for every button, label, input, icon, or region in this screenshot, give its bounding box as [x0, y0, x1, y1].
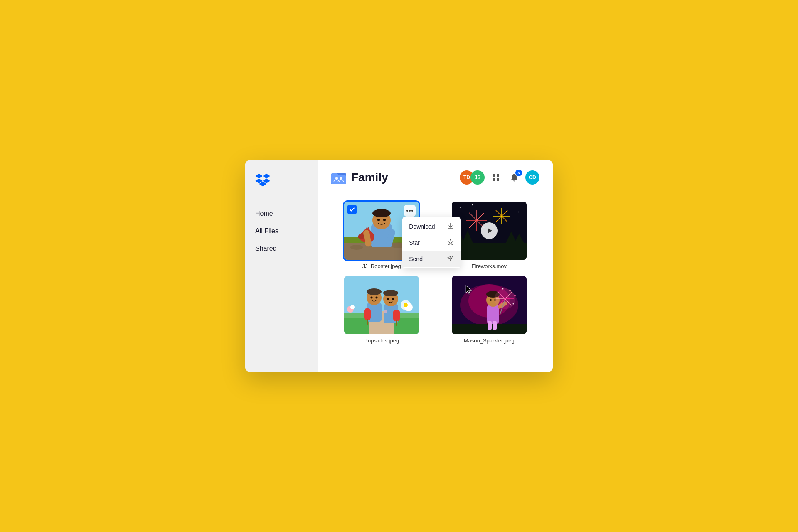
svg-point-73 — [383, 290, 398, 296]
file-item-popsicles[interactable]: Popsicles.jpeg — [331, 276, 432, 344]
svg-point-32 — [518, 212, 519, 212]
svg-point-31 — [510, 206, 510, 207]
svg-rect-5 — [497, 174, 499, 177]
svg-point-104 — [495, 288, 515, 309]
avatar-cd[interactable]: CD — [525, 170, 539, 185]
file-thumb-sparkler — [452, 276, 527, 334]
context-menu-send[interactable]: Send — [402, 251, 461, 267]
star-icon — [447, 239, 454, 246]
star-outline-icon — [447, 239, 454, 245]
dropbox-logo-icon — [255, 173, 270, 187]
sidebar-nav: Home All Files Shared — [255, 208, 308, 254]
svg-point-30 — [485, 209, 485, 210]
context-menu: Download Star — [402, 217, 461, 268]
context-menu-star[interactable]: Star — [402, 234, 461, 251]
check-icon — [349, 207, 355, 212]
svg-point-63 — [404, 303, 408, 307]
more-dots-icon — [406, 210, 413, 212]
svg-point-78 — [384, 310, 387, 313]
svg-point-15 — [372, 209, 391, 217]
sidebar-item-shared[interactable]: Shared — [255, 243, 308, 254]
app-window: Home All Files Shared Family — [245, 160, 553, 372]
svg-point-66 — [367, 288, 382, 295]
sidebar-item-home[interactable]: Home — [255, 208, 308, 219]
play-icon — [486, 227, 493, 234]
svg-point-88 — [490, 299, 492, 301]
svg-rect-33 — [452, 243, 527, 260]
file-grid: Download Star — [318, 193, 553, 357]
grid-view-button[interactable] — [489, 170, 503, 185]
svg-point-26 — [411, 210, 413, 212]
sidebar: Home All Files Shared — [245, 160, 318, 372]
avatar-group: TD JS — [460, 170, 485, 185]
popsicles-image — [344, 276, 419, 334]
notification-badge: 3 — [515, 170, 522, 176]
sidebar-item-all-files[interactable]: All Files — [255, 226, 308, 236]
file-name-rooster: JJ_Rooster.jpeg — [362, 263, 401, 269]
svg-marker-54 — [488, 228, 492, 233]
grid-icon — [492, 174, 500, 181]
download-arrow-icon — [447, 222, 454, 229]
file-thumb-inner-sparkler — [452, 276, 527, 334]
svg-point-24 — [406, 210, 408, 212]
sparkler-image — [452, 276, 527, 334]
svg-rect-76 — [393, 310, 400, 321]
paper-plane-icon — [447, 255, 454, 261]
notifications-button[interactable]: 3 — [507, 170, 521, 185]
svg-point-74 — [387, 298, 389, 300]
svg-rect-6 — [493, 178, 495, 181]
svg-rect-70 — [367, 319, 368, 325]
svg-rect-85 — [493, 321, 497, 330]
file-thumb-inner-fireworks — [452, 202, 527, 260]
context-menu-download[interactable]: Download — [402, 218, 461, 234]
main-content: Family TD JS — [318, 160, 553, 372]
more-options-button-rooster[interactable] — [404, 205, 416, 217]
svg-point-29 — [472, 204, 473, 205]
svg-rect-69 — [364, 308, 371, 320]
header: Family TD JS — [318, 160, 553, 193]
file-name-sparkler: Mason_Sparkler.jpeg — [464, 337, 515, 344]
svg-point-75 — [392, 298, 394, 300]
svg-point-68 — [376, 297, 378, 299]
play-button[interactable] — [481, 222, 498, 239]
svg-point-2 — [335, 177, 338, 180]
file-thumb-popsicles — [344, 276, 419, 334]
svg-rect-77 — [396, 320, 397, 326]
svg-point-61 — [350, 305, 355, 309]
file-name-fireworks: Fireworks.mov — [471, 263, 507, 269]
send-icon — [447, 255, 454, 263]
svg-point-28 — [460, 207, 461, 208]
sidebar-logo — [255, 173, 308, 188]
svg-point-11 — [350, 245, 363, 250]
selection-checkmark[interactable] — [347, 205, 357, 214]
file-item-rooster[interactable]: Download Star — [331, 202, 432, 269]
avatar-js[interactable]: JS — [470, 170, 485, 185]
svg-rect-84 — [488, 321, 492, 330]
folder-icon — [331, 170, 346, 185]
header-right: TD JS 3 — [460, 170, 539, 185]
svg-rect-7 — [497, 178, 499, 181]
svg-rect-4 — [493, 174, 495, 177]
download-icon — [447, 222, 454, 230]
svg-point-17 — [383, 219, 386, 221]
svg-point-16 — [377, 219, 380, 221]
folder-title: Family — [351, 171, 388, 184]
file-name-popsicles: Popsicles.jpeg — [364, 337, 399, 344]
file-thumb-rooster: Download Star — [344, 202, 419, 260]
file-item-sparkler[interactable]: Mason_Sparkler.jpeg — [439, 276, 540, 344]
svg-point-3 — [340, 177, 342, 180]
svg-point-25 — [409, 210, 411, 212]
header-left: Family — [331, 170, 388, 185]
svg-point-67 — [371, 297, 373, 299]
file-thumb-inner-popsicles — [344, 276, 419, 334]
file-thumb-fireworks — [452, 202, 527, 260]
